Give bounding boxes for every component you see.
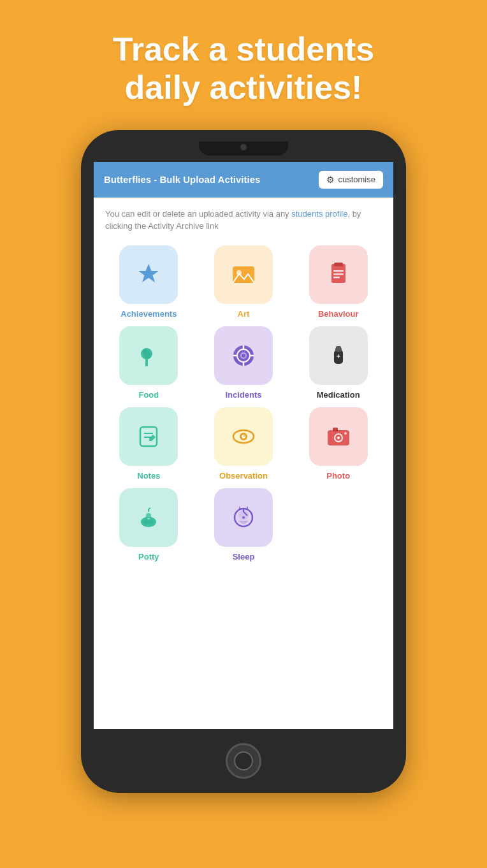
potty-icon-box (119, 488, 178, 547)
info-text-before: You can edit or delete an uploaded activ… (105, 209, 291, 219)
achievements-icon (134, 260, 163, 289)
photo-label: Photo (326, 471, 350, 481)
svg-point-48 (242, 516, 245, 519)
phone-mockup: Butterflies - Bulk Upload Activities ⚙ c… (81, 130, 406, 793)
svg-point-30 (244, 435, 245, 437)
potty-label: Potty (138, 552, 159, 561)
sleep-icon-box (214, 488, 273, 547)
phone-bottom-bar (81, 729, 406, 793)
activity-potty[interactable]: Potty (105, 488, 193, 561)
incidents-icon (229, 341, 258, 370)
medication-icon-box (309, 326, 368, 385)
activity-sleep[interactable]: Sleep (200, 488, 287, 561)
headline-line1: Track a students (113, 31, 374, 68)
activity-grid: Achievements Art (94, 239, 393, 573)
activity-behaviour[interactable]: Behaviour (294, 245, 382, 319)
incidents-label: Incidents (225, 390, 261, 400)
art-label: Art (238, 309, 250, 319)
art-icon (229, 260, 258, 289)
photo-icon-box (309, 407, 368, 466)
svg-rect-32 (333, 428, 338, 431)
info-text: You can edit or delete an uploaded activ… (94, 198, 393, 239)
svg-rect-4 (334, 263, 343, 266)
behaviour-icon (324, 260, 353, 289)
observation-icon-box (214, 407, 273, 466)
home-button-inner (234, 751, 253, 770)
observation-icon (229, 422, 258, 451)
observation-label: Observation (219, 471, 268, 481)
sleep-label: Sleep (233, 552, 255, 561)
svg-rect-5 (333, 270, 344, 272)
app-header: Butterflies - Bulk Upload Activities ⚙ c… (94, 162, 393, 198)
activity-food[interactable]: Food (105, 326, 193, 400)
svg-point-14 (242, 354, 245, 358)
activity-notes[interactable]: Notes (105, 407, 193, 481)
medication-icon (324, 341, 353, 370)
svg-line-43 (149, 508, 150, 509)
sleep-icon (229, 503, 258, 532)
home-button[interactable] (226, 743, 261, 779)
food-icon (134, 341, 163, 370)
svg-rect-23 (338, 354, 339, 358)
customise-label: customise (338, 175, 375, 184)
phone-camera (240, 144, 247, 150)
food-label: Food (138, 390, 159, 400)
notes-label: Notes (137, 471, 160, 481)
svg-point-29 (242, 435, 245, 438)
behaviour-icon-box (309, 245, 368, 304)
activity-achievements[interactable]: Achievements (105, 245, 193, 319)
art-icon-box (214, 245, 273, 304)
gear-icon: ⚙ (326, 175, 335, 185)
phone-top-bar (81, 130, 406, 162)
photo-icon (324, 422, 353, 451)
svg-point-36 (344, 432, 347, 435)
activity-incidents[interactable]: Incidents (200, 326, 287, 400)
svg-rect-9 (145, 359, 148, 366)
students-profile-link[interactable]: students profile (291, 209, 347, 219)
achievements-label: Achievements (120, 309, 177, 319)
achievements-icon-box (119, 245, 178, 304)
medication-label: Medication (317, 390, 360, 400)
app-header-title: Butterflies - Bulk Upload Activities (104, 174, 260, 185)
potty-icon (134, 503, 163, 532)
activity-art[interactable]: Art (200, 245, 287, 319)
activity-observation[interactable]: Observation (200, 407, 287, 481)
activity-photo[interactable]: Photo (294, 407, 382, 481)
phone-screen: Butterflies - Bulk Upload Activities ⚙ c… (94, 162, 393, 729)
svg-rect-6 (333, 273, 344, 275)
food-icon-box (119, 326, 178, 385)
svg-rect-41 (147, 518, 150, 519)
svg-rect-39 (146, 513, 151, 519)
customise-button[interactable]: ⚙ customise (319, 171, 383, 189)
svg-marker-0 (138, 264, 159, 282)
headline-line2: daily activities! (125, 69, 363, 106)
incidents-icon-box (214, 326, 273, 385)
svg-rect-7 (333, 277, 340, 278)
notes-icon-box (119, 407, 178, 466)
svg-point-35 (337, 437, 340, 439)
notes-icon (134, 422, 163, 451)
svg-point-40 (143, 519, 154, 524)
headline: Track a students daily activities! (87, 31, 400, 107)
svg-rect-21 (336, 346, 341, 349)
activity-medication[interactable]: Medication (294, 326, 382, 400)
behaviour-label: Behaviour (318, 309, 359, 319)
